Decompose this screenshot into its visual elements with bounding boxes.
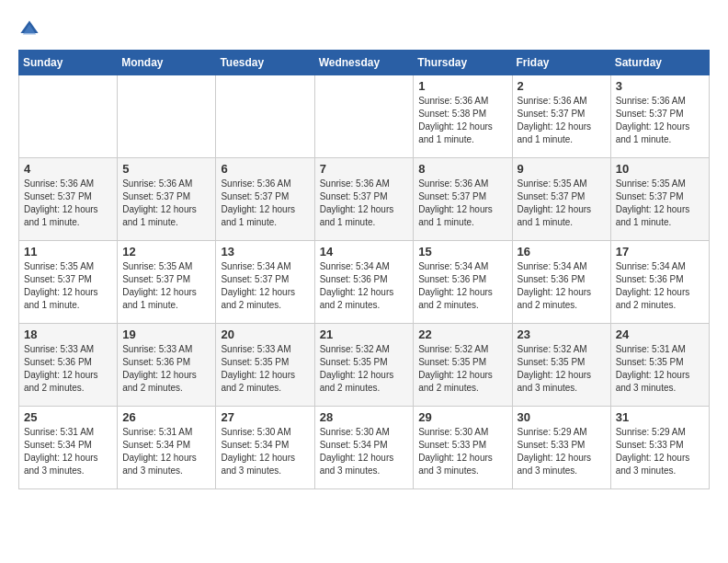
day-of-week-header: Sunday (19, 51, 118, 75)
calendar-week-row: 11Sunrise: 5:35 AM Sunset: 5:37 PM Dayli… (19, 241, 710, 324)
day-info: Sunrise: 5:32 AM Sunset: 5:35 PM Dayligh… (518, 343, 606, 395)
day-info: Sunrise: 5:34 AM Sunset: 5:36 PM Dayligh… (518, 260, 606, 312)
day-info: Sunrise: 5:34 AM Sunset: 5:36 PM Dayligh… (320, 260, 409, 312)
calendar-cell: 16Sunrise: 5:34 AM Sunset: 5:36 PM Dayli… (512, 241, 610, 324)
day-info: Sunrise: 5:29 AM Sunset: 5:33 PM Dayligh… (616, 426, 704, 477)
calendar-header-row: SundayMondayTuesdayWednesdayThursdayFrid… (19, 51, 710, 75)
day-number: 28 (320, 410, 409, 424)
day-info: Sunrise: 5:35 AM Sunset: 5:37 PM Dayligh… (24, 260, 112, 312)
day-number: 14 (320, 245, 409, 259)
day-number: 10 (616, 162, 704, 176)
calendar-cell: 2Sunrise: 5:36 AM Sunset: 5:37 PM Daylig… (512, 75, 610, 158)
day-number: 1 (418, 79, 506, 93)
day-info: Sunrise: 5:36 AM Sunset: 5:37 PM Dayligh… (320, 178, 409, 229)
day-number: 30 (518, 410, 606, 424)
calendar-week-row: 18Sunrise: 5:33 AM Sunset: 5:36 PM Dayli… (19, 324, 710, 407)
day-info: Sunrise: 5:30 AM Sunset: 5:34 PM Dayligh… (320, 426, 409, 477)
calendar-cell: 19Sunrise: 5:33 AM Sunset: 5:36 PM Dayli… (118, 324, 216, 407)
calendar-cell: 31Sunrise: 5:29 AM Sunset: 5:33 PM Dayli… (610, 407, 709, 489)
day-info: Sunrise: 5:36 AM Sunset: 5:37 PM Dayligh… (418, 178, 506, 229)
calendar-cell: 6Sunrise: 5:36 AM Sunset: 5:37 PM Daylig… (216, 158, 314, 241)
day-info: Sunrise: 5:36 AM Sunset: 5:37 PM Dayligh… (122, 178, 210, 229)
day-number: 8 (418, 162, 506, 176)
day-info: Sunrise: 5:31 AM Sunset: 5:34 PM Dayligh… (122, 426, 210, 477)
day-number: 20 (221, 327, 309, 341)
calendar-cell: 24Sunrise: 5:31 AM Sunset: 5:35 PM Dayli… (610, 324, 709, 407)
day-of-week-header: Thursday (414, 51, 512, 75)
day-info: Sunrise: 5:30 AM Sunset: 5:33 PM Dayligh… (418, 426, 506, 477)
day-number: 25 (24, 410, 112, 424)
day-info: Sunrise: 5:33 AM Sunset: 5:36 PM Dayligh… (122, 343, 210, 395)
page-header (18, 18, 710, 40)
day-info: Sunrise: 5:34 AM Sunset: 5:36 PM Dayligh… (418, 260, 506, 312)
calendar-cell: 9Sunrise: 5:35 AM Sunset: 5:37 PM Daylig… (512, 158, 610, 241)
day-number: 15 (418, 245, 506, 259)
calendar-cell: 5Sunrise: 5:36 AM Sunset: 5:37 PM Daylig… (118, 158, 216, 241)
day-number: 26 (122, 410, 210, 424)
calendar-cell: 21Sunrise: 5:32 AM Sunset: 5:35 PM Dayli… (314, 324, 414, 407)
calendar-cell: 27Sunrise: 5:30 AM Sunset: 5:34 PM Dayli… (216, 407, 314, 489)
calendar-cell: 30Sunrise: 5:29 AM Sunset: 5:33 PM Dayli… (512, 407, 610, 489)
calendar-week-row: 25Sunrise: 5:31 AM Sunset: 5:34 PM Dayli… (19, 407, 710, 489)
day-of-week-header: Wednesday (314, 51, 414, 75)
day-number: 3 (616, 79, 704, 93)
day-number: 31 (616, 410, 704, 424)
day-info: Sunrise: 5:35 AM Sunset: 5:37 PM Dayligh… (122, 260, 210, 312)
day-info: Sunrise: 5:36 AM Sunset: 5:38 PM Dayligh… (418, 95, 506, 146)
day-number: 11 (24, 245, 112, 259)
day-info: Sunrise: 5:35 AM Sunset: 5:37 PM Dayligh… (616, 178, 704, 229)
calendar-cell: 22Sunrise: 5:32 AM Sunset: 5:35 PM Dayli… (414, 324, 512, 407)
day-info: Sunrise: 5:35 AM Sunset: 5:37 PM Dayligh… (518, 178, 606, 229)
day-info: Sunrise: 5:33 AM Sunset: 5:35 PM Dayligh… (221, 343, 309, 395)
day-info: Sunrise: 5:30 AM Sunset: 5:34 PM Dayligh… (221, 426, 309, 477)
day-info: Sunrise: 5:29 AM Sunset: 5:33 PM Dayligh… (518, 426, 606, 477)
day-number: 24 (616, 327, 704, 341)
day-info: Sunrise: 5:36 AM Sunset: 5:37 PM Dayligh… (24, 178, 112, 229)
calendar-cell (216, 75, 314, 158)
calendar-week-row: 4Sunrise: 5:36 AM Sunset: 5:37 PM Daylig… (19, 158, 710, 241)
calendar-cell: 26Sunrise: 5:31 AM Sunset: 5:34 PM Dayli… (118, 407, 216, 489)
day-of-week-header: Monday (118, 51, 216, 75)
day-number: 4 (24, 162, 112, 176)
calendar-cell: 7Sunrise: 5:36 AM Sunset: 5:37 PM Daylig… (314, 158, 414, 241)
day-of-week-header: Saturday (610, 51, 709, 75)
day-number: 2 (518, 79, 606, 93)
calendar-cell: 1Sunrise: 5:36 AM Sunset: 5:38 PM Daylig… (414, 75, 512, 158)
day-number: 5 (122, 162, 210, 176)
calendar-cell: 18Sunrise: 5:33 AM Sunset: 5:36 PM Dayli… (19, 324, 118, 407)
logo-icon (18, 18, 40, 40)
day-info: Sunrise: 5:34 AM Sunset: 5:37 PM Dayligh… (221, 260, 309, 312)
day-of-week-header: Friday (512, 51, 610, 75)
logo (18, 18, 44, 40)
day-number: 13 (221, 245, 309, 259)
day-info: Sunrise: 5:31 AM Sunset: 5:35 PM Dayligh… (616, 343, 704, 395)
day-number: 19 (122, 327, 210, 341)
day-number: 6 (221, 162, 309, 176)
calendar-cell: 13Sunrise: 5:34 AM Sunset: 5:37 PM Dayli… (216, 241, 314, 324)
calendar-cell: 15Sunrise: 5:34 AM Sunset: 5:36 PM Dayli… (414, 241, 512, 324)
calendar-cell (118, 75, 216, 158)
calendar-week-row: 1Sunrise: 5:36 AM Sunset: 5:38 PM Daylig… (19, 75, 710, 158)
calendar-cell: 10Sunrise: 5:35 AM Sunset: 5:37 PM Dayli… (610, 158, 709, 241)
day-of-week-header: Tuesday (216, 51, 314, 75)
calendar-cell (314, 75, 414, 158)
calendar-cell: 28Sunrise: 5:30 AM Sunset: 5:34 PM Dayli… (314, 407, 414, 489)
calendar-cell: 29Sunrise: 5:30 AM Sunset: 5:33 PM Dayli… (414, 407, 512, 489)
day-number: 22 (418, 327, 506, 341)
calendar-cell: 8Sunrise: 5:36 AM Sunset: 5:37 PM Daylig… (414, 158, 512, 241)
day-info: Sunrise: 5:32 AM Sunset: 5:35 PM Dayligh… (418, 343, 506, 395)
calendar-cell: 17Sunrise: 5:34 AM Sunset: 5:36 PM Dayli… (610, 241, 709, 324)
day-info: Sunrise: 5:36 AM Sunset: 5:37 PM Dayligh… (221, 178, 309, 229)
day-number: 29 (418, 410, 506, 424)
calendar-cell: 23Sunrise: 5:32 AM Sunset: 5:35 PM Dayli… (512, 324, 610, 407)
calendar-table: SundayMondayTuesdayWednesdayThursdayFrid… (18, 50, 710, 489)
day-number: 7 (320, 162, 409, 176)
day-number: 16 (518, 245, 606, 259)
calendar-cell: 20Sunrise: 5:33 AM Sunset: 5:35 PM Dayli… (216, 324, 314, 407)
day-info: Sunrise: 5:36 AM Sunset: 5:37 PM Dayligh… (616, 95, 704, 146)
day-info: Sunrise: 5:34 AM Sunset: 5:36 PM Dayligh… (616, 260, 704, 312)
calendar-cell (19, 75, 118, 158)
day-info: Sunrise: 5:32 AM Sunset: 5:35 PM Dayligh… (320, 343, 409, 395)
day-number: 21 (320, 327, 409, 341)
calendar-cell: 11Sunrise: 5:35 AM Sunset: 5:37 PM Dayli… (19, 241, 118, 324)
